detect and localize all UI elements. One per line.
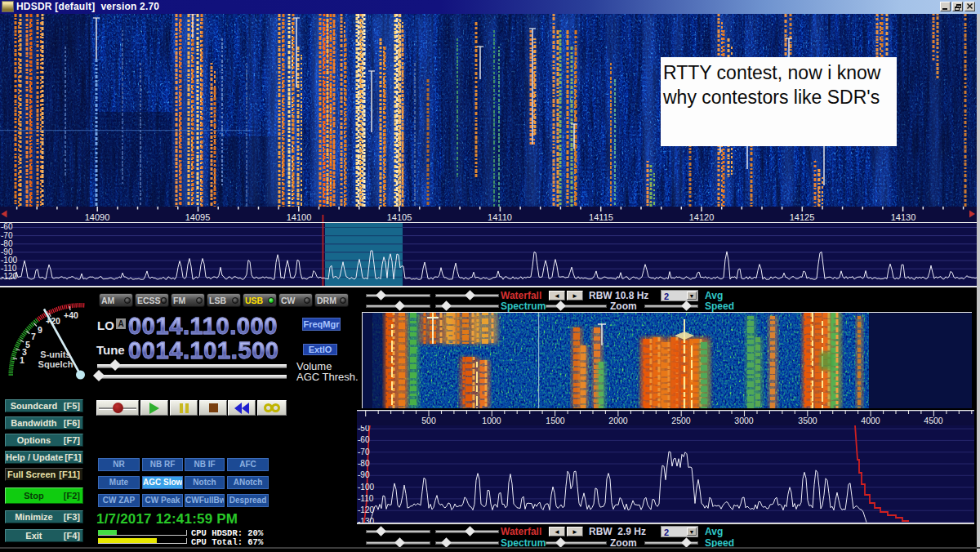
- svg-text:4500: 4500: [924, 416, 943, 425]
- svg-text:9: 9: [38, 325, 42, 335]
- svg-text:4000: 4000: [861, 416, 880, 425]
- svg-text:-130: -130: [358, 517, 374, 523]
- svg-text:14125: 14125: [790, 212, 815, 222]
- svg-text:-120: -120: [358, 505, 374, 514]
- svg-text:-80: -80: [358, 459, 370, 468]
- svg-text:S-units: S-units: [40, 349, 70, 359]
- svg-text:1500: 1500: [546, 416, 565, 425]
- svg-text:1000: 1000: [482, 416, 501, 425]
- svg-text:14105: 14105: [387, 212, 412, 222]
- svg-text:+40: +40: [64, 310, 78, 320]
- svg-text:3500: 3500: [798, 416, 817, 425]
- svg-text:5: 5: [25, 340, 30, 349]
- svg-text:-70: -70: [358, 447, 370, 456]
- svg-text:14115: 14115: [589, 212, 613, 222]
- svg-text:3000: 3000: [734, 416, 754, 425]
- svg-text:-60: -60: [358, 435, 370, 444]
- svg-text:2000: 2000: [608, 416, 628, 425]
- svg-text:14120: 14120: [689, 212, 715, 222]
- svg-text:-100: -100: [358, 483, 374, 492]
- svg-text:-110: -110: [358, 494, 374, 503]
- svg-text:500: 500: [421, 416, 436, 425]
- svg-text:-60: -60: [1, 223, 13, 231]
- svg-text:-90: -90: [358, 470, 370, 479]
- svg-text:2500: 2500: [671, 416, 691, 425]
- svg-text:14100: 14100: [287, 212, 312, 222]
- svg-text:14110: 14110: [488, 212, 512, 222]
- svg-text:14095: 14095: [185, 212, 211, 222]
- svg-text:-120: -120: [1, 272, 17, 281]
- svg-text:Squelch: Squelch: [38, 359, 74, 369]
- svg-text:-50: -50: [358, 425, 370, 433]
- svg-text:14130: 14130: [891, 212, 916, 222]
- svg-text:7: 7: [31, 332, 36, 341]
- svg-text:14090: 14090: [85, 212, 110, 222]
